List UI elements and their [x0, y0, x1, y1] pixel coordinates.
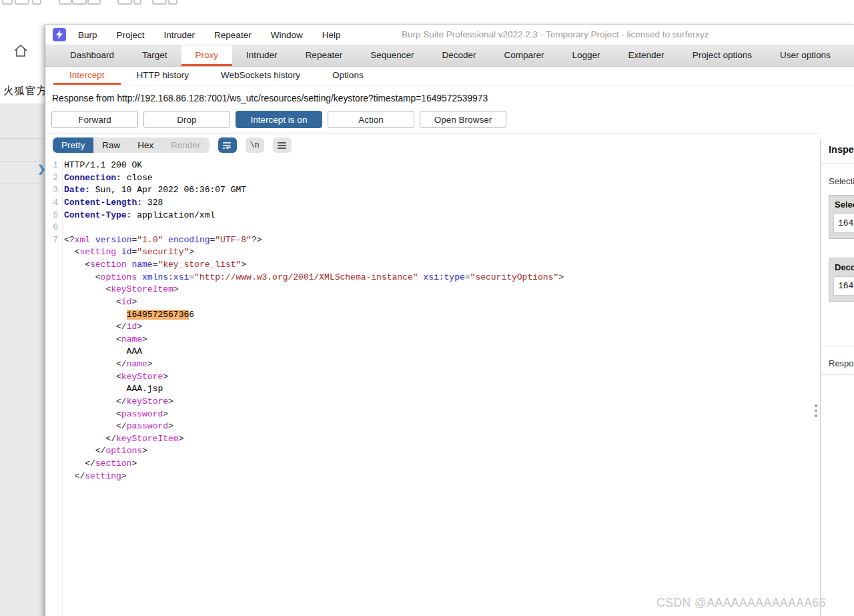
code-line: 2Connection: close: [45, 172, 820, 185]
main-tab-intruder[interactable]: Intruder: [232, 45, 292, 66]
code-line: AAA: [45, 346, 820, 358]
inspector-collapse-handle[interactable]: [815, 404, 819, 417]
line-number: [45, 296, 59, 309]
line-number: [45, 246, 59, 259]
line-number: 1: [45, 160, 59, 172]
code-text: </setting>: [59, 471, 127, 483]
row-divider: [0, 138, 45, 139]
editor-lines: 1HTTP/1.1 200 OK2Connection: close3Date:…: [45, 160, 820, 483]
inspector-boxes: Selected text1649572567366Decoded from16…: [829, 195, 854, 320]
menu-item-project[interactable]: Project: [117, 30, 145, 40]
code-line: 4Content-Length: 328: [45, 197, 820, 210]
code-text: AAA.jsp: [59, 383, 163, 396]
menu-item-burp[interactable]: Burp: [78, 30, 97, 40]
view-tab-hex[interactable]: Hex: [129, 137, 162, 153]
inspector-box-header[interactable]: Decoded from: [829, 258, 854, 276]
menu-bar: BurpProjectIntruderRepeaterWindowHelp: [78, 30, 340, 40]
menu-item-intruder[interactable]: Intruder: [164, 30, 195, 40]
code-line: </section>: [45, 458, 820, 471]
line-number: [45, 396, 59, 408]
code-line: 3Date: Sun, 10 Apr 2022 06:36:07 GMT: [45, 184, 820, 197]
code-line: <keyStore>: [45, 371, 820, 384]
editor-menu-button[interactable]: [273, 137, 292, 153]
line-number: [45, 458, 59, 471]
code-text: AAA: [59, 346, 142, 358]
editor-toolbar: PrettyRawHexRender \n: [53, 137, 292, 153]
line-number: [45, 420, 59, 433]
code-text: <id>: [59, 296, 137, 309]
forward-button[interactable]: Forward: [51, 111, 138, 128]
main-tab-logger[interactable]: Logger: [558, 45, 614, 66]
code-text: <name>: [59, 334, 147, 346]
line-number: [45, 309, 59, 322]
code-line: <name>: [45, 334, 820, 346]
sub-tab-options[interactable]: Options: [316, 67, 380, 85]
line-number: [45, 358, 59, 371]
line-number: [45, 383, 59, 396]
code-text: <?xml version="1.0" encoding="UTF-8"?>: [59, 234, 262, 247]
home-icon[interactable]: [13, 43, 29, 61]
inspector-panel: Inspector Selection Selected text1649572…: [820, 139, 854, 616]
sub-tab-http-history[interactable]: HTTP history: [121, 67, 205, 85]
main-tab-extender[interactable]: Extender: [614, 45, 679, 66]
code-line: <password>: [45, 408, 820, 421]
inspector-box-selected-text: Selected text1649572567366: [829, 195, 854, 239]
main-tab-comparer[interactable]: Comparer: [490, 45, 558, 66]
main-tab-project-options[interactable]: Project options: [679, 45, 766, 66]
inspector-box-header[interactable]: Selected text: [829, 196, 854, 214]
code-text: </options>: [59, 445, 147, 458]
code-text: </name>: [59, 358, 153, 371]
menu-item-help[interactable]: Help: [322, 30, 341, 40]
main-tab-target[interactable]: Target: [128, 45, 181, 66]
code-text: Content-Length: 328: [59, 197, 163, 210]
line-number: [45, 272, 59, 284]
word-wrap-button[interactable]: [218, 137, 237, 153]
response-status-line: Response from http://192.168.86.128:7001…: [52, 93, 488, 103]
screen: { "background": { "site_label": "火狐官方站",…: [0, 0, 854, 616]
main-tab-decoder[interactable]: Decoder: [428, 45, 490, 66]
code-text: </keyStore>: [59, 396, 173, 408]
intercept-is-on-button[interactable]: Intercept is on: [236, 111, 322, 128]
line-number: [45, 371, 59, 384]
response-editor[interactable]: 1HTTP/1.1 200 OK2Connection: close3Date:…: [45, 160, 820, 616]
line-number: [45, 346, 59, 358]
main-tab-dashboard[interactable]: Dashboard: [56, 45, 128, 66]
code-line: <setting id="security">: [45, 246, 820, 259]
view-tab-pretty[interactable]: Pretty: [53, 137, 93, 153]
main-tab-proxy[interactable]: Proxy: [181, 45, 233, 66]
code-text: Content-Type: application/xml: [59, 210, 215, 222]
inspector-box-value[interactable]: 1649572567366: [833, 214, 854, 233]
view-tab-raw[interactable]: Raw: [93, 137, 129, 153]
main-tab-repeater[interactable]: Repeater: [292, 45, 357, 66]
show-newlines-button[interactable]: \n: [246, 137, 264, 153]
response-section-label[interactable]: Response Headers: [829, 358, 854, 368]
code-line: 7<?xml version="1.0" encoding="UTF-8"?>: [45, 234, 820, 247]
intercept-button-row: ForwardDropIntercept is onActionOpen Bro…: [51, 111, 506, 128]
code-line: </id>: [45, 321, 820, 334]
row-divider: [0, 184, 45, 184]
inspector-divider: [821, 374, 854, 375]
code-line: </password>: [45, 420, 820, 433]
action-button[interactable]: Action: [328, 111, 414, 128]
open-browser-button[interactable]: Open Browser: [420, 111, 506, 128]
main-tab-user-options[interactable]: User options: [766, 45, 845, 66]
sub-tab-websockets-history[interactable]: WebSockets history: [205, 67, 316, 85]
code-line: </options>: [45, 445, 820, 458]
drop-button[interactable]: Drop: [143, 111, 230, 128]
sub-tab-intercept[interactable]: Intercept: [53, 67, 121, 85]
menu-item-window[interactable]: Window: [271, 30, 303, 40]
row-divider: [0, 161, 45, 162]
inspector-divider: [821, 163, 854, 164]
menu-item-repeater[interactable]: Repeater: [214, 30, 252, 40]
main-tab-sequencer[interactable]: Sequencer: [356, 45, 428, 66]
code-text: Date: Sun, 10 Apr 2022 06:36:07 GMT: [59, 184, 246, 197]
line-number: [45, 408, 59, 421]
inspector-box-value[interactable]: 1649572567366: [833, 276, 854, 296]
code-line: <options xmlns:xsi="http://www.w3.org/20…: [45, 272, 820, 284]
line-number: [45, 321, 59, 334]
code-line: 6: [45, 222, 820, 234]
code-line: </keyStoreItem>: [45, 433, 820, 446]
inspector-divider: [821, 346, 854, 346]
view-tab-render[interactable]: Render: [162, 137, 209, 153]
newline-glyph: \n: [250, 141, 259, 150]
